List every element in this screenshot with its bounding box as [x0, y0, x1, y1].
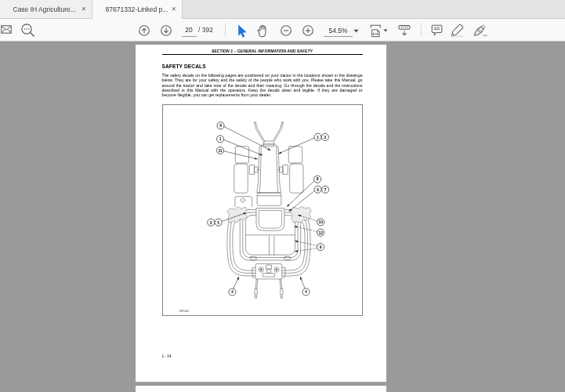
figure-box: 6 1 11 1 [162, 104, 363, 316]
svg-text:6: 6 [219, 124, 222, 128]
next-page-icon[interactable] [161, 25, 172, 36]
fit-width-icon[interactable] [370, 24, 382, 38]
tractor-top-view-figure: 6 1 11 1 [163, 105, 362, 315]
callout-1-left: 1 [216, 135, 223, 142]
document-area[interactable]: SECTION 1 – GENERAL INFORMATION AND SAFE… [0, 42, 565, 392]
callout-3-5: 3 5 [207, 219, 222, 226]
body-paragraph: The safety decals on the following pages… [162, 73, 363, 97]
comment-icon[interactable] [431, 24, 443, 37]
svg-text:4: 4 [305, 290, 307, 294]
svg-text:9: 9 [319, 245, 321, 249]
email-icon[interactable] [1, 24, 12, 34]
svg-text:4: 4 [231, 290, 234, 294]
acrobat-window: Case IH Agriculture... ✕ 87671332-Linked… [0, 0, 565, 392]
tab-close-icon[interactable]: ✕ [172, 6, 176, 13]
fill-sign-icon[interactable] [473, 24, 488, 38]
page-number-input[interactable]: 20 [182, 24, 197, 37]
callout-12: 12 [317, 229, 324, 236]
tab-label: Case IH Agriculture... [13, 5, 78, 13]
callout-10: 10 [317, 218, 324, 225]
callout-9: 9 [317, 243, 324, 250]
toolbar-divider [225, 24, 226, 37]
callout-4-right: 4 [302, 288, 309, 295]
svg-text:7: 7 [324, 187, 326, 191]
pdf-page-next [136, 386, 386, 392]
highlight-icon[interactable] [449, 24, 465, 38]
header-rule [162, 54, 363, 55]
figure-code: SSF5034 [179, 310, 189, 313]
section-header: SECTION 1 – GENERAL INFORMATION AND SAFE… [162, 49, 363, 53]
svg-text:11: 11 [218, 148, 222, 152]
select-tool-icon[interactable] [237, 24, 248, 38]
svg-text:1: 1 [219, 137, 221, 141]
search-icon[interactable] [20, 23, 36, 38]
pdf-page: SECTION 1 – GENERAL INFORMATION AND SAFE… [136, 45, 386, 382]
page-heading: SAFETY DECALS [162, 64, 206, 69]
previous-page-icon[interactable] [139, 25, 150, 36]
tab-case-ih-agriculture[interactable]: Case IH Agriculture... ✕ [0, 0, 92, 18]
callout-1-2: 1 2 [313, 133, 328, 140]
toolbar: 20 / 392 54.5% [0, 19, 565, 42]
svg-text:1: 1 [317, 135, 319, 139]
svg-text:8: 8 [316, 177, 318, 181]
tab-close-icon[interactable]: ✕ [81, 6, 86, 13]
callout-8: 8 [313, 176, 321, 183]
zoom-level-input[interactable]: 54.5% [324, 25, 353, 37]
body-line: become illegible, you can get replacemen… [162, 93, 363, 97]
svg-text:3: 3 [209, 220, 212, 224]
callout-6-hood: 6 [216, 122, 223, 129]
zoom-dropdown-caret-icon[interactable] [353, 29, 359, 33]
toolbar-divider [421, 24, 422, 37]
page-count-label: / 392 [198, 26, 213, 34]
svg-text:10: 10 [318, 220, 323, 224]
page-folio: 1 - 14 [162, 354, 172, 358]
document-tabbar: Case IH Agriculture... ✕ 87671332-Linked… [0, 0, 565, 19]
hand-tool-icon[interactable] [256, 24, 270, 38]
tab-label: 87671332-Linked p... [106, 5, 168, 13]
callout-6-7: 6 7 [313, 186, 328, 193]
zoom-in-icon[interactable] [302, 25, 313, 36]
svg-text:2: 2 [324, 135, 326, 139]
svg-text:6: 6 [317, 187, 319, 191]
zoom-out-icon[interactable] [281, 25, 292, 36]
callout-11: 11 [216, 147, 223, 154]
tab-87671332-linked[interactable]: 87671332-Linked p... ✕ [92, 0, 183, 19]
callout-4-left: 4 [228, 288, 235, 295]
svg-text:12: 12 [318, 230, 323, 234]
page-scrolling-icon[interactable] [398, 24, 411, 37]
svg-text:5: 5 [217, 220, 219, 224]
fit-dropdown-caret-icon[interactable] [383, 29, 388, 32]
